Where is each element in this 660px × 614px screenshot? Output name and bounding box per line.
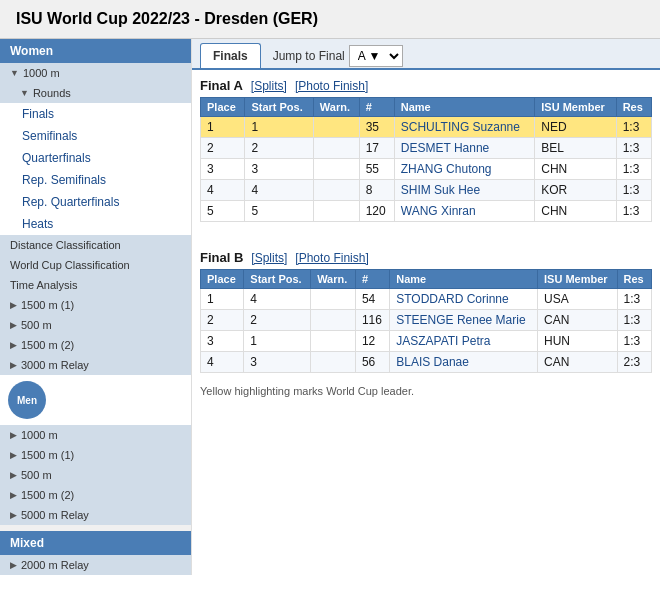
- arrow-right-men-2: ▶: [10, 450, 17, 460]
- cell-startpos: 4: [245, 180, 313, 201]
- sidebar-distance-1000m[interactable]: ▼ 1000 m: [0, 63, 191, 83]
- sidebar-world-cup-classification[interactable]: World Cup Classification: [0, 255, 191, 275]
- sidebar-men-1500m-1[interactable]: ▶ 1500 m (1): [0, 445, 191, 465]
- cell-startpos: 1: [244, 331, 311, 352]
- cell-member: CAN: [538, 352, 617, 373]
- jump-label: Jump to Final: [273, 49, 345, 63]
- table-row: 3 1 12 JASZAPATI Petra HUN 1:3: [201, 331, 652, 352]
- cell-num: 55: [359, 159, 394, 180]
- cell-name[interactable]: DESMET Hanne: [394, 138, 534, 159]
- arrow-right-men-5: ▶: [10, 510, 17, 520]
- table-row: 1 4 54 STODDARD Corinne USA 1:3: [201, 289, 652, 310]
- cell-name[interactable]: JASZAPATI Petra: [390, 331, 538, 352]
- cell-member: HUN: [538, 331, 617, 352]
- sidebar-time-analysis[interactable]: Time Analysis: [0, 275, 191, 295]
- cell-result: 1:3: [617, 310, 652, 331]
- cell-name[interactable]: SCHULTING Suzanne: [394, 117, 534, 138]
- arrow-right-icon-4: ▶: [10, 360, 17, 370]
- col-startpos-a: Start Pos.: [245, 98, 313, 117]
- cell-place: 4: [201, 352, 244, 373]
- sidebar-distance-classification[interactable]: Distance Classification: [0, 235, 191, 255]
- cell-num: 56: [355, 352, 389, 373]
- sidebar-item-heats[interactable]: Heats: [0, 213, 191, 235]
- cell-num: 8: [359, 180, 394, 201]
- cell-place: 3: [201, 331, 244, 352]
- sidebar-3000m-relay[interactable]: ▶ 3000 m Relay: [0, 355, 191, 375]
- final-a-table: Place Start Pos. Warn. # Name ISU Member…: [200, 97, 652, 222]
- men-button[interactable]: Men: [8, 381, 46, 419]
- table-row: 5 5 120 WANG Xinran CHN 1:3: [201, 201, 652, 222]
- sidebar-section-women[interactable]: Women: [0, 39, 191, 63]
- photo-a-link[interactable]: [Photo Finish]: [295, 79, 368, 93]
- arrow-right-men-3: ▶: [10, 470, 17, 480]
- cell-result: 1:3: [616, 180, 651, 201]
- sidebar-men-500m[interactable]: ▶ 500 m: [0, 465, 191, 485]
- cell-num: 35: [359, 117, 394, 138]
- cell-num: 54: [355, 289, 389, 310]
- cell-name[interactable]: SHIM Suk Hee: [394, 180, 534, 201]
- table-row: 4 4 8 SHIM Suk Hee KOR 1:3: [201, 180, 652, 201]
- cell-member: BEL: [535, 138, 616, 159]
- sidebar-500m[interactable]: ▶ 500 m: [0, 315, 191, 335]
- tab-finals[interactable]: Finals: [200, 43, 261, 68]
- arrow-right-men-4: ▶: [10, 490, 17, 500]
- cell-result: 1:3: [616, 138, 651, 159]
- cell-warn: [313, 201, 359, 222]
- sidebar-men-1000m[interactable]: ▶ 1000 m: [0, 425, 191, 445]
- cell-num: 12: [355, 331, 389, 352]
- final-b-label: Final B: [200, 250, 243, 265]
- sidebar-rounds-group[interactable]: ▼ Rounds: [0, 83, 191, 103]
- sidebar-1500m-2[interactable]: ▶ 1500 m (2): [0, 335, 191, 355]
- cell-name[interactable]: STEENGE Renee Marie: [390, 310, 538, 331]
- cell-name[interactable]: ZHANG Chutong: [394, 159, 534, 180]
- cell-result: 1:3: [616, 117, 651, 138]
- cell-warn: [311, 289, 356, 310]
- sidebar: Women ▼ 1000 m ▼ Rounds Finals Semifinal…: [0, 39, 192, 575]
- jump-select[interactable]: A ▼ B: [349, 45, 403, 67]
- sidebar-men-1500m-2[interactable]: ▶ 1500 m (2): [0, 485, 191, 505]
- final-b-section: Final B [Splits] [Photo Finish] Place St…: [200, 250, 652, 373]
- col-name-b: Name: [390, 270, 538, 289]
- cell-startpos: 2: [244, 310, 311, 331]
- arrow-down-icon: ▼: [20, 88, 29, 98]
- col-num-a: #: [359, 98, 394, 117]
- cell-startpos: 3: [245, 159, 313, 180]
- cell-startpos: 4: [244, 289, 311, 310]
- page-title: ISU World Cup 2022/23 - Dresden (GER): [0, 0, 660, 39]
- splits-a-link[interactable]: [Splits]: [251, 79, 287, 93]
- sidebar-section-mixed: Mixed: [0, 531, 191, 555]
- final-a-header: Final A [Splits] [Photo Finish]: [200, 78, 652, 93]
- cell-warn: [311, 331, 356, 352]
- photo-b-link[interactable]: [Photo Finish]: [295, 251, 368, 265]
- main-content: Finals Jump to Final A ▼ B Final A [Spli…: [192, 39, 660, 575]
- cell-startpos: 2: [245, 138, 313, 159]
- cell-member: CAN: [538, 310, 617, 331]
- col-member-a: ISU Member: [535, 98, 616, 117]
- cell-name[interactable]: WANG Xinran: [394, 201, 534, 222]
- col-startpos-b: Start Pos.: [244, 270, 311, 289]
- sidebar-mixed-2000m-relay[interactable]: ▶ 2000 m Relay: [0, 555, 191, 575]
- sidebar-item-semifinals[interactable]: Semifinals: [0, 125, 191, 147]
- splits-b-link[interactable]: [Splits]: [251, 251, 287, 265]
- col-res-a: Res: [616, 98, 651, 117]
- cell-num: 120: [359, 201, 394, 222]
- sidebar-1500m-1[interactable]: ▶ 1500 m (1): [0, 295, 191, 315]
- sidebar-item-rep-quarterfinals[interactable]: Rep. Quarterfinals: [0, 191, 191, 213]
- sidebar-item-finals[interactable]: Finals: [0, 103, 191, 125]
- sidebar-item-rep-semifinals[interactable]: Rep. Semifinals: [0, 169, 191, 191]
- cell-warn: [313, 138, 359, 159]
- final-a-label: Final A: [200, 78, 243, 93]
- arrow-right-icon: ▶: [10, 300, 17, 310]
- cell-member: USA: [538, 289, 617, 310]
- cell-warn: [311, 352, 356, 373]
- final-b-table: Place Start Pos. Warn. # Name ISU Member…: [200, 269, 652, 373]
- cell-name[interactable]: BLAIS Danae: [390, 352, 538, 373]
- cell-startpos: 5: [245, 201, 313, 222]
- cell-member: NED: [535, 117, 616, 138]
- sidebar-item-quarterfinals[interactable]: Quarterfinals: [0, 147, 191, 169]
- cell-name[interactable]: STODDARD Corinne: [390, 289, 538, 310]
- sidebar-men-5000m-relay[interactable]: ▶ 5000 m Relay: [0, 505, 191, 525]
- cell-startpos: 1: [245, 117, 313, 138]
- cell-place: 4: [201, 180, 245, 201]
- col-res-b: Res: [617, 270, 652, 289]
